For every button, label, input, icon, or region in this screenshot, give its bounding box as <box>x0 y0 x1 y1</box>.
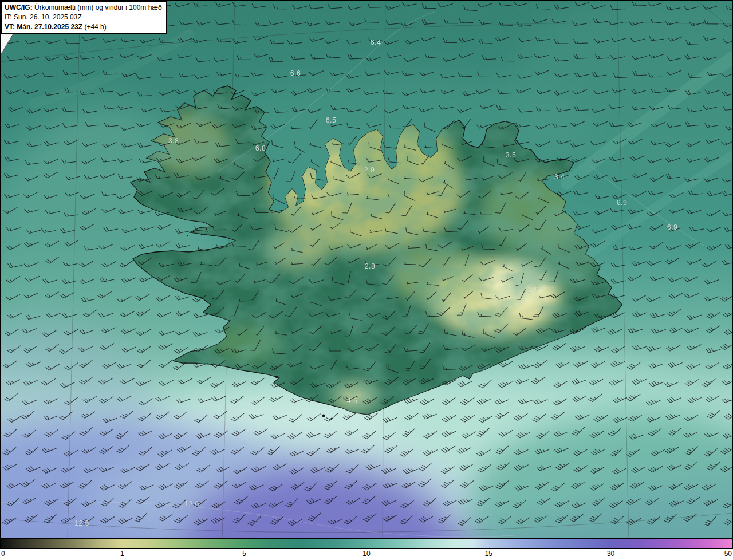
map-area: 6.46.66.56.83.82.93.53.46.96.92.82.94.61… <box>0 0 733 539</box>
map-title-box: UWC/IG: Úrkomumætti (mm) og vindur i 100… <box>1 1 167 34</box>
valid-offset: (+44 h) <box>82 23 107 31</box>
colorbar-tick-label: 50 <box>724 550 732 558</box>
product-title: Úrkomumætti (mm) og vindur i 100m hæð <box>33 3 162 11</box>
colorbar-tick-label: 30 <box>607 550 614 558</box>
colorbar-tick-label: 1 <box>120 550 124 558</box>
map-canvas <box>0 0 733 539</box>
model-label: UWC/IG: <box>5 3 33 11</box>
colorbar-tick-label: 0 <box>1 550 5 558</box>
colorbar: 01510153050 <box>0 539 733 560</box>
valid-time: VT: Mán. 27.10.2025 23Z <box>5 23 82 31</box>
colorbar-tick-label: 5 <box>242 550 246 558</box>
valid-time-line: VT: Mán. 27.10.2025 23Z (+44 h) <box>5 22 162 32</box>
colorbar-ticks: 01510153050 <box>0 549 733 560</box>
title-line: UWC/IG: Úrkomumætti (mm) og vindur i 100… <box>5 3 162 13</box>
colorbar-gradient <box>0 539 733 549</box>
colorbar-tick-label: 10 <box>362 550 370 558</box>
colorbar-tick-label: 15 <box>485 550 492 558</box>
init-time: IT: Sun. 26. 10. 2025 03Z <box>5 13 82 21</box>
weather-map-frame: 6.46.66.56.83.82.93.53.46.96.92.82.94.61… <box>0 0 733 560</box>
init-time-line: IT: Sun. 26. 10. 2025 03Z <box>5 13 162 22</box>
